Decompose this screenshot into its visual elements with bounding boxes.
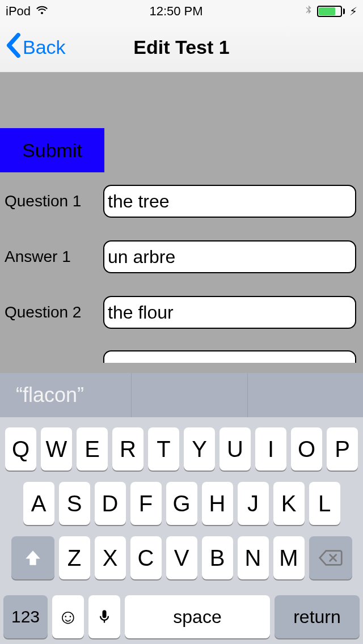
chevron-left-icon: [6, 33, 20, 62]
key-z[interactable]: Z: [59, 536, 90, 579]
backspace-key[interactable]: [309, 536, 352, 579]
key-t[interactable]: T: [148, 427, 179, 471]
key-b[interactable]: B: [202, 536, 233, 579]
keyboard-rows: QWERTYUIOP ASDFGHJKL ZXCVBNM: [0, 417, 363, 595]
device-label: iPod: [6, 4, 31, 19]
key-c[interactable]: C: [130, 536, 162, 579]
field-label: Answer 1: [5, 248, 103, 266]
field-row-answer-1: Answer 1: [5, 240, 356, 273]
status-left: iPod: [6, 3, 49, 20]
key-v[interactable]: V: [166, 536, 197, 579]
key-k[interactable]: K: [273, 482, 305, 525]
wifi-icon: [35, 3, 49, 20]
nav-bar: Back Edit Test 1: [0, 23, 363, 73]
keyboard-row-2: ASDFGHJKL: [3, 482, 360, 525]
key-r[interactable]: R: [112, 427, 143, 471]
key-x[interactable]: X: [95, 536, 126, 579]
status-bar: iPod 12:50 PM ⚡︎: [0, 0, 363, 23]
space-key[interactable]: space: [125, 595, 270, 638]
suggestion-1[interactable]: “flacon”: [0, 373, 132, 417]
answer-2-input[interactable]: [103, 350, 356, 363]
key-u[interactable]: U: [220, 427, 251, 471]
question-2-input[interactable]: [103, 296, 356, 329]
field-label: Question 2: [5, 303, 103, 321]
field-row-question-2: Question 2: [5, 296, 356, 329]
field-label: Question 1: [5, 192, 103, 210]
keyboard-bottom-row: 123 ☺ space return: [0, 595, 363, 644]
question-1-input[interactable]: [103, 185, 356, 218]
suggestion-2[interactable]: [132, 373, 247, 417]
clock: 12:50 PM: [149, 4, 202, 19]
key-o[interactable]: O: [291, 427, 322, 471]
field-row-question-1: Question 1: [5, 185, 356, 218]
submit-button[interactable]: Submit: [0, 128, 104, 172]
charging-icon: ⚡︎: [349, 5, 357, 18]
keyboard-row-1: QWERTYUIOP: [3, 427, 360, 471]
key-p[interactable]: P: [327, 427, 358, 471]
key-n[interactable]: N: [238, 536, 269, 579]
answer-1-input[interactable]: [103, 240, 356, 273]
battery-icon: [317, 6, 345, 17]
numbers-key[interactable]: 123: [3, 595, 48, 638]
key-a[interactable]: A: [23, 482, 54, 525]
return-key[interactable]: return: [275, 595, 360, 638]
key-m[interactable]: M: [273, 536, 305, 579]
emoji-key[interactable]: ☺: [52, 595, 84, 638]
suggestion-bar: “flacon”: [0, 373, 363, 417]
key-g[interactable]: G: [166, 482, 197, 525]
key-e[interactable]: E: [77, 427, 108, 471]
keyboard: “flacon” QWERTYUIOP ASDFGHJKL ZXCVBNM 12…: [0, 373, 363, 644]
back-button[interactable]: Back: [6, 33, 66, 62]
back-label: Back: [23, 36, 66, 58]
shift-key[interactable]: [11, 536, 54, 579]
key-w[interactable]: W: [41, 427, 72, 471]
key-q[interactable]: Q: [5, 427, 36, 471]
field-row-answer-2: [5, 350, 356, 363]
key-d[interactable]: D: [95, 482, 126, 525]
mic-key[interactable]: [88, 595, 120, 638]
key-y[interactable]: Y: [184, 427, 215, 471]
key-h[interactable]: H: [202, 482, 233, 525]
status-right: ⚡︎: [303, 2, 357, 20]
key-f[interactable]: F: [130, 482, 162, 525]
suggestion-3[interactable]: [248, 373, 363, 417]
keyboard-row-3: ZXCVBNM: [3, 536, 360, 579]
key-s[interactable]: S: [59, 482, 90, 525]
key-j[interactable]: J: [238, 482, 269, 525]
key-l[interactable]: L: [309, 482, 340, 525]
key-i[interactable]: I: [255, 427, 286, 471]
bluetooth-icon: [303, 2, 314, 20]
